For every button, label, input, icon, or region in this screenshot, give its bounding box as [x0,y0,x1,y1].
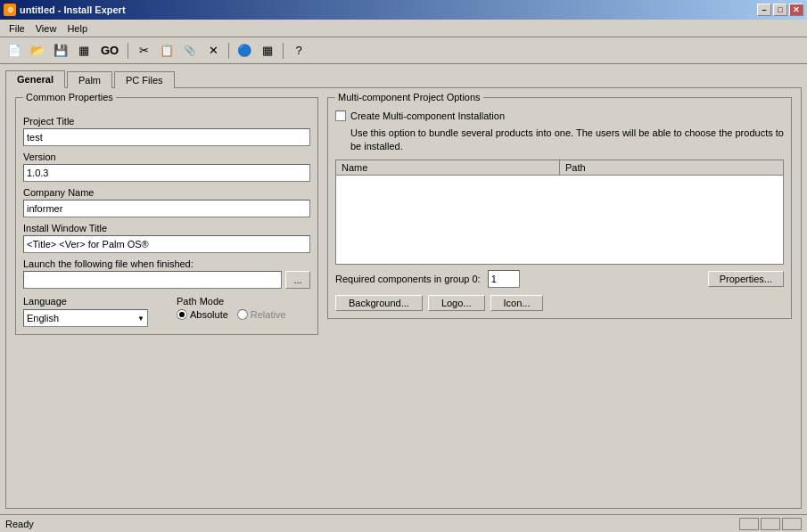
language-dropdown[interactable]: English ▼ [23,309,148,327]
company-name-label: Company Name [23,187,310,198]
properties-button[interactable]: Properties... [708,271,784,287]
menu-help[interactable]: Help [62,21,93,36]
background-button[interactable]: Background... [335,295,423,311]
relative-radio[interactable]: Relative [237,309,286,320]
palm-button[interactable]: 🔵 [234,41,255,61]
menu-file[interactable]: File [4,21,30,36]
bottom-options-row: Language English ▼ Path Mode Absolute [23,296,310,327]
save-button[interactable]: 💾 [50,41,71,61]
version-input[interactable] [23,164,310,182]
status-right [739,518,802,530]
paste-button[interactable]: 📎 [179,41,201,61]
close-button[interactable]: ✕ [789,4,803,16]
multi-component-group: Multi-component Project Options Create M… [327,97,792,319]
tab-pc-files[interactable]: PC Files [114,71,175,88]
status-box-2 [761,518,780,530]
tab-content: Common Properties Project Title Version … [5,87,802,509]
install-window-title-input[interactable] [23,235,310,253]
toolbar-separator-1 [128,43,128,59]
tab-bar: General Palm PC Files [5,70,802,87]
column-path: Path [560,160,784,175]
language-label: Language [23,296,166,307]
relative-label: Relative [251,309,286,320]
required-components-row: Required components in group 0: Properti… [335,270,784,288]
radio-icon [237,309,248,320]
left-panel: Common Properties Project Title Version … [15,97,318,499]
toolbar-separator-2 [228,43,229,59]
project-title-label: Project Title [23,116,310,127]
logo-button[interactable]: Logo... [428,295,485,311]
path-mode-label: Path Mode [177,296,310,307]
launch-file-label: Launch the following file when finished: [23,258,310,269]
menu-view[interactable]: View [30,21,62,36]
browse-button[interactable]: ... [285,271,310,289]
required-label: Required components in group 0: [335,274,481,284]
common-properties-title: Common Properties [23,92,116,102]
path-mode-section: Path Mode Absolute Relative [177,296,310,320]
launch-file-input[interactable] [23,271,282,289]
open-button[interactable]: 📂 [27,41,48,61]
icon-button[interactable]: Icon... [490,295,544,311]
title-bar: ⚙ untitled - Install Expert – □ ✕ [0,0,807,20]
menu-bar: File View Help [0,20,807,37]
right-panel: Multi-component Project Options Create M… [327,97,792,499]
go-button[interactable]: GO [96,41,123,61]
create-multi-checkbox[interactable] [335,110,346,121]
column-name: Name [336,160,560,175]
version-label: Version [23,151,310,162]
company-name-input[interactable] [23,200,310,217]
status-bar: Ready [0,514,807,532]
create-multi-label: Create Multi-component Installation [350,110,505,121]
new-button[interactable]: 📄 [4,41,25,61]
status-box-3 [782,518,802,530]
maximize-button[interactable]: □ [773,4,787,16]
app-icon: ⚙ [4,4,16,16]
help-button[interactable]: ? [288,41,309,61]
status-text: Ready [5,519,34,529]
tab-general[interactable]: General [5,70,65,88]
language-section: Language English ▼ [23,296,166,327]
required-input[interactable] [488,270,520,288]
action-buttons: Background... Logo... Icon... [335,295,784,311]
absolute-radio[interactable]: Absolute [177,309,228,320]
components-table: Name Path [335,160,784,265]
minimize-button[interactable]: – [757,4,771,16]
chevron-down-icon: ▼ [137,315,144,323]
copy-button[interactable]: 📋 [156,41,177,61]
toolbar-separator-3 [283,43,284,59]
language-value: English [27,313,59,323]
window-title: untitled - Install Expert [20,4,126,15]
grid-button[interactable]: ▦ [73,41,95,61]
delete-button[interactable]: ✕ [202,41,224,61]
create-multi-row: Create Multi-component Installation [335,110,784,121]
multi-component-title: Multi-component Project Options [335,92,483,102]
status-box-1 [739,518,759,530]
launch-file-row: ... [23,271,310,289]
multi-description: Use this option to bundle several produc… [335,127,784,154]
path-mode-radio-group: Absolute Relative [177,309,310,320]
tab-palm[interactable]: Palm [67,71,112,88]
common-properties-group: Common Properties Project Title Version … [15,97,318,335]
cut-button[interactable]: ✂ [133,41,154,61]
install-window-title-label: Install Window Title [23,223,310,233]
absolute-label: Absolute [190,309,228,320]
multicomp-button[interactable]: ▦ [257,41,278,61]
radio-icon [177,309,187,320]
project-title-input[interactable] [23,128,310,146]
main-content: General Palm PC Files Common Properties … [0,64,807,514]
toolbar: 📄 📂 💾 ▦ GO ✂ 📋 📎 ✕ 🔵 ▦ ? [0,37,807,64]
